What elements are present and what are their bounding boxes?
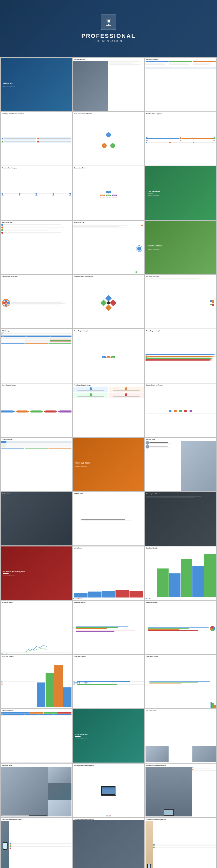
slide-32: Data Chart Sample A B C D <box>73 600 144 654</box>
slide-26: Meet our Team <box>73 492 144 546</box>
svg-rect-10 <box>108 24 109 25</box>
slide-1-title: About Us <box>3 82 69 84</box>
slide-18: Arrow Diagram Sample <box>145 329 216 383</box>
slide-41-title: Latest Works (Mockup Included) <box>73 764 144 766</box>
slide-15-title: The Letter to Success <box>145 275 216 278</box>
svg-rect-4 <box>107 21 107 22</box>
hero-slide: PROFESSIONAL PRESENTATION <box>0 0 217 57</box>
slide-22-title: Companies Table <box>1 438 72 440</box>
slide-9: Our Services Write here a great subtitle <box>145 166 216 220</box>
slide-31: Data Chart Sample Series A Series B <box>1 600 72 654</box>
slide-7: Timeline of our Company 1895 2006 NOW <box>1 166 72 220</box>
slide-31-title: Data Chart Sample <box>1 600 72 603</box>
slides-grid: About Us Write here a great subtitle Wel… <box>0 57 217 868</box>
slide-4-title: Four Ways to understand customers <box>1 112 72 115</box>
slide-44-title: Latest Works (Mockup Included) <box>73 818 144 820</box>
slide-4: Four Ways to understand customers <box>1 112 72 165</box>
slide-2: Welcome Message <box>73 58 144 111</box>
slide-19-title: Arrow Diagram Sample <box>1 383 72 386</box>
slide-23-subtitle: Write here a great subtitle <box>75 466 142 467</box>
slide-43-title: Latest Works (Mockup Included) <box>1 818 72 820</box>
slide-44: Latest Works (Mockup Included) <box>73 818 144 868</box>
slide-39: Our Latest works <box>145 709 216 763</box>
slide-23-title: Meet our Team <box>75 462 142 464</box>
slide-40-title: Our Latest works <box>1 764 72 766</box>
svg-rect-3 <box>109 20 110 21</box>
slide-28-subtitle: Write here a great subtitle <box>3 575 69 576</box>
hero-subtitle: PRESENTATION <box>95 39 122 42</box>
slide-43: Latest Works (Mockup Included) <box>1 818 72 868</box>
slide-38-title: Our Portfolio <box>75 733 142 736</box>
slide-27: Write on your Title here <box>145 492 216 546</box>
slide-35-title: Data Chart Graphic <box>73 655 144 658</box>
slide-28: Projections & Reports Write here a great… <box>1 547 72 600</box>
slide-5: Three Steps Diagram Sample 1 2 3 <box>73 112 144 165</box>
slide-10: Services we offer <box>1 221 72 274</box>
slide-10-title: Services we offer <box>1 221 72 223</box>
slide-19: Arrow Diagram Sample <box>1 383 72 437</box>
svg-rect-6 <box>109 21 110 22</box>
slide-11-title: Services we offer <box>73 221 144 223</box>
slide-12-subtitle: Write here a great subtitle <box>148 249 214 250</box>
slide-17-title: Arrow Diagram Sample <box>73 329 144 332</box>
slide-11: Services we offer <box>73 221 144 274</box>
slide-39-title: Our Latest works <box>145 709 216 712</box>
slide-34: Data Chart Graphic 01 03 <box>1 655 72 708</box>
slide-30-title: Data Chart Sample <box>145 547 216 549</box>
slide-21-title: Step by Step in our Process <box>145 383 216 386</box>
slide-38-subtitle: Write here a great subtitle <box>75 737 142 739</box>
slide-24-title: Meet our Team <box>145 438 216 440</box>
svg-rect-8 <box>108 23 109 23</box>
slide-2-title: Welcome Message <box>73 58 144 60</box>
svg-rect-7 <box>107 23 107 23</box>
building-icon <box>101 14 116 30</box>
slide-12: Business Plan Write here a great subtitl… <box>145 221 216 274</box>
slide-33: Data Chart Sample Q1 Q2 Q3 <box>145 600 216 654</box>
slide-18-title: Arrow Diagram Sample <box>145 329 216 332</box>
slide-36: Data Chart Graphic 80% 60% 40% <box>145 655 216 709</box>
slide-40: Our Latest works <box>1 764 72 817</box>
slide-42-title: Latest Works (Mockup Included) <box>145 764 216 766</box>
slide-1: About Us Write here a great subtitle <box>1 58 72 111</box>
slide-15: The Letter to Success <box>145 275 216 329</box>
hero-title: PROFESSIONAL <box>81 33 136 39</box>
slide-17: Arrow Diagram Sample Step 1 Step 2 Step … <box>73 329 144 383</box>
slide-36-title: Data Chart Graphic <box>145 655 216 658</box>
slide-14: Four Facts about our Company <box>73 275 144 328</box>
slide-12-title: Business Plan <box>148 245 214 247</box>
slide-6: Timeline of our Company 1895 1991 2003 <box>145 112 216 166</box>
slide-14-title: Four Facts about our Company <box>73 275 144 278</box>
slide-41: Latest Works (Mockup Included) <box>73 764 144 817</box>
slide-26-title: Meet our Team <box>73 492 144 495</box>
slide-35: Data Chart Graphic 80% <box>73 655 144 708</box>
slide-45: Latest Works (Mockup Included) <box>145 818 216 868</box>
slide-30: Data Chart Sample Blue Gr <box>145 547 216 600</box>
slide-7-title: Timeline of our Company <box>1 166 72 169</box>
slide-16-title: Table Sample <box>1 329 72 332</box>
slide-32-title: Data Chart Sample <box>73 600 144 603</box>
slide-38: Our Portfolio Write here a great subtitl… <box>73 709 144 763</box>
slide-5-title: Three Steps Diagram Sample <box>73 112 144 115</box>
slide-21: Step by Step in our Process ★ ★ ★ ★ ★ <box>145 383 216 437</box>
svg-rect-2 <box>108 20 109 21</box>
slide-22: Companies Table <box>1 438 72 491</box>
slide-6-title: Timeline of our Company <box>145 112 216 115</box>
slide-13: Our Objective in this year <box>1 275 72 328</box>
slide-37-title: Table Sales Report <box>1 709 72 712</box>
slide-8: Organization Chart CEO Manager Staff Sta… <box>73 166 144 220</box>
svg-rect-5 <box>108 21 109 22</box>
slide-27-title: Write on your Title here <box>146 493 215 495</box>
slide-3-title: About our Company <box>145 58 216 60</box>
svg-rect-9 <box>109 23 110 23</box>
slide-42: Latest Works (Mockup Included) <box>145 764 216 817</box>
slide-28-title: Projections & Reports <box>3 570 69 572</box>
svg-rect-1 <box>107 20 107 21</box>
slide-25: Meet our Team Your Title <box>1 492 72 546</box>
slide-23: Meet our Team Write here a great subtitl… <box>73 438 144 491</box>
slide-9-subtitle: Write here a great subtitle <box>148 194 214 196</box>
slide-37: Table Sales Report Name Q1 Q2 Total <box>1 709 72 763</box>
slide-29-title: Latest Report <box>73 547 144 549</box>
slide-1-subtitle: Write here a great subtitle <box>3 86 69 87</box>
slide-45-title: Latest Works (Mockup Included) <box>145 818 216 820</box>
slide-24: Meet our Team <box>145 438 216 492</box>
